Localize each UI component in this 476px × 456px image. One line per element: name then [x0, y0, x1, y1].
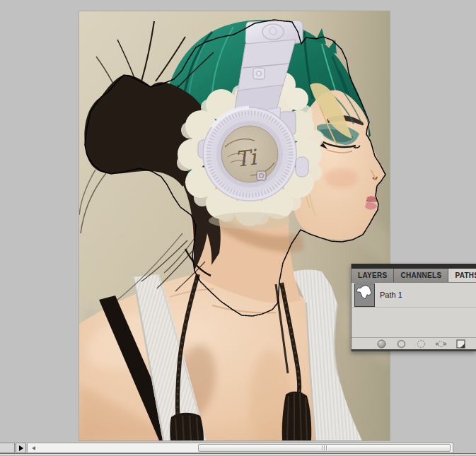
horizontal-scroll-area: [0, 443, 476, 453]
document-canvas[interactable]: Ti: [79, 11, 390, 440]
thumb-grip-icon: [326, 445, 327, 450]
path-thumbnail: [354, 283, 375, 307]
path-list-empty-area[interactable]: [352, 308, 476, 337]
fill-path-icon[interactable]: [376, 339, 387, 349]
path-list-item[interactable]: Path 1: [352, 283, 476, 308]
paths-panel: LAYERS CHANNELS PATHS Path 1: [351, 264, 476, 351]
make-work-path-icon[interactable]: [436, 339, 446, 349]
tab-paths[interactable]: PATHS: [448, 269, 476, 282]
path-item-label: Path 1: [380, 291, 402, 299]
panel-button-bar: [352, 337, 476, 351]
photoshop-workspace: { "panel": { "tabs": [ {"label": "LAYERS…: [0, 0, 476, 456]
panel-drag-bar[interactable]: [352, 264, 476, 269]
photo-image: Ti: [79, 11, 390, 440]
right-triangle-icon: [19, 445, 23, 451]
window-bottom-edge: [0, 453, 476, 456]
panel-tab-bar: LAYERS CHANNELS PATHS: [352, 269, 476, 283]
new-path-icon[interactable]: [455, 339, 466, 349]
status-box[interactable]: [0, 443, 15, 453]
stroke-path-icon[interactable]: [396, 339, 407, 349]
horizontal-scrollbar-track[interactable]: [27, 443, 453, 453]
horizontal-scrollbar-thumb[interactable]: [198, 444, 451, 452]
thumb-grip-icon: [324, 445, 325, 450]
scroll-left-arrow-icon[interactable]: [32, 446, 35, 450]
paths-panel-content: Path 1: [352, 283, 476, 351]
load-path-as-selection-icon[interactable]: [416, 339, 426, 349]
tab-layers[interactable]: LAYERS: [352, 269, 394, 282]
path-silhouette-icon: [355, 284, 373, 305]
tab-channels[interactable]: CHANNELS: [394, 269, 448, 282]
thumb-grip-icon: [322, 445, 323, 450]
status-menu-button[interactable]: [16, 443, 26, 453]
